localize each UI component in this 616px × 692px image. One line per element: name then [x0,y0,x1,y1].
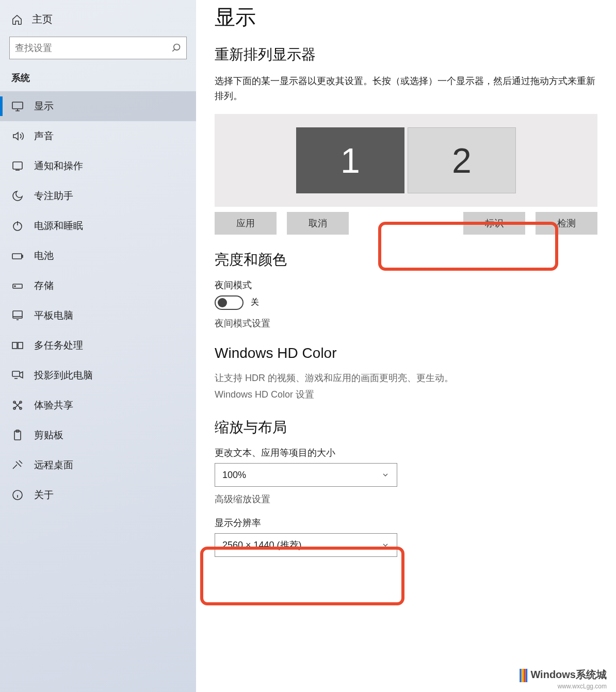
project-icon [11,369,24,382]
sidebar-item-project[interactable]: 投影到此电脑 [0,360,196,390]
sidebar-item-label: 远程桌面 [34,458,73,472]
sidebar-item-label: 通知和操作 [34,159,83,173]
sidebar-item-label: 声音 [34,129,54,143]
cancel-button[interactable]: 取消 [287,212,349,235]
search-icon [171,43,181,53]
svg-rect-2 [13,162,22,169]
resolution-select[interactable]: 2560 × 1440 (推荐) [215,533,397,557]
sidebar-item-clipboard[interactable]: 剪贴板 [0,420,196,450]
sidebar-item-label: 存储 [34,279,54,292]
sidebar-item-notifications[interactable]: 通知和操作 [0,151,196,181]
svg-rect-11 [12,371,20,376]
power-icon [11,220,24,232]
sidebar-item-label: 显示 [34,100,54,113]
search-input-wrapper[interactable] [9,37,187,59]
sidebar-item-label: 电源和睡眠 [34,219,83,233]
sidebar-item-label: 多任务处理 [34,339,83,352]
shared-icon [11,399,24,411]
apply-button[interactable]: 应用 [215,212,277,235]
sidebar-item-remote[interactable]: 远程桌面 [0,450,196,480]
sidebar-item-tablet[interactable]: 平板电脑 [0,301,196,331]
monitor-arrange-area[interactable]: 1 2 [215,114,597,207]
svg-rect-10 [18,342,23,349]
sidebar-item-label: 投影到此电脑 [34,369,93,382]
watermark: |||| Windows系统城 www.wxcLgg.com [518,666,607,683]
brightness-heading: 亮度和颜色 [215,250,597,270]
detect-button[interactable]: 检测 [536,212,597,235]
about-icon [11,489,24,501]
night-state: 关 [251,297,259,308]
svg-rect-4 [12,254,22,259]
text-size-label: 更改文本、应用等项目的大小 [215,447,597,459]
sidebar-item-label: 专注助手 [34,189,73,203]
rearrange-heading: 重新排列显示器 [215,45,597,64]
chevron-down-icon [381,471,390,479]
focus-icon [11,190,24,202]
scale-heading: 缩放与布局 [215,418,597,437]
sound-icon [11,130,24,142]
sidebar-item-battery[interactable]: 电池 [0,241,196,271]
sidebar-item-about[interactable]: 关于 [0,480,196,510]
storage-icon [11,279,24,292]
sidebar-item-storage[interactable]: 存储 [0,271,196,301]
hdcolor-heading: Windows HD Color [215,345,597,361]
resolution-label: 显示分辨率 [215,517,597,529]
display-icon [11,100,24,112]
svg-point-7 [14,286,15,287]
night-settings-link[interactable]: 夜间模式设置 [215,317,597,329]
identify-button[interactable]: 标识 [463,212,525,235]
svg-point-0 [174,44,180,51]
page-title: 显示 [215,3,597,31]
sidebar-item-multitask[interactable]: 多任务处理 [0,331,196,360]
home-label: 主页 [32,12,53,26]
hdcolor-link[interactable]: Windows HD Color 设置 [215,387,597,402]
hdcolor-desc: 让支持 HDR 的视频、游戏和应用的画面更明亮、更生动。 [215,371,597,386]
battery-icon [11,250,24,262]
home-icon [11,14,23,25]
svg-rect-9 [12,342,17,349]
notifications-icon [11,160,24,172]
home-link[interactable]: 主页 [0,9,196,34]
sidebar-item-shared[interactable]: 体验共享 [0,390,196,420]
rearrange-desc: 选择下面的某一显示器以更改其设置。长按（或选择）一个显示器，然后通过拖动方式来重… [215,74,597,104]
chevron-down-icon [381,541,390,549]
sidebar-item-label: 剪贴板 [34,429,63,442]
text-size-select[interactable]: 100% [215,463,397,487]
monitor-1[interactable]: 1 [296,127,404,193]
sidebar-item-label: 体验共享 [34,399,73,412]
monitor-2[interactable]: 2 [408,127,516,193]
clipboard-icon [11,429,24,441]
remote-icon [11,459,24,471]
adv-scaling-link[interactable]: 高级缩放设置 [215,493,597,505]
svg-rect-5 [22,255,23,257]
sidebar-item-sound[interactable]: 声音 [0,121,196,151]
sidebar-item-display[interactable]: 显示 [0,91,196,121]
sidebar-item-power[interactable]: 电源和睡眠 [0,211,196,241]
search-input[interactable] [15,43,171,54]
sidebar-item-label: 电池 [34,249,54,262]
sidebar-section-title: 系统 [0,72,196,91]
multitask-icon [11,339,24,352]
tablet-icon [11,309,24,322]
night-label: 夜间模式 [215,279,597,291]
svg-rect-8 [13,311,22,318]
sidebar-item-label: 平板电脑 [34,309,73,322]
night-toggle[interactable] [215,295,244,310]
sidebar-item-label: 关于 [34,488,54,502]
svg-rect-1 [12,102,23,109]
sidebar-item-focus[interactable]: 专注助手 [0,181,196,211]
